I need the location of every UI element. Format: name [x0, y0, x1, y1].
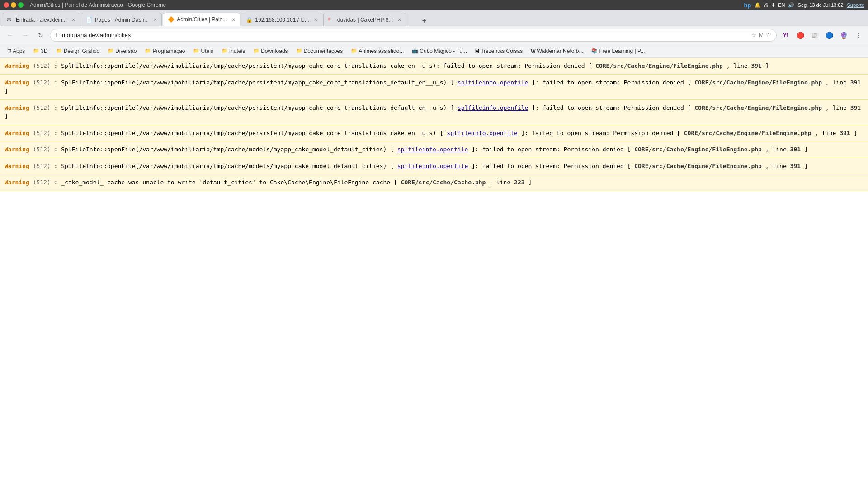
tab-bar: ✉ Entrada - alex.klein... ✕ 📄 Pages - Ad…: [0, 10, 868, 26]
bookmark-design-label: Design Gráfico: [64, 48, 99, 54]
bookmark-programacao[interactable]: 📁 Programação: [141, 47, 189, 56]
warning-code-5: (512): [33, 146, 51, 153]
url-display: imobiliaria.dev/admin/cities: [61, 32, 749, 38]
bookmark-diversao[interactable]: 📁 Diversão: [104, 47, 140, 56]
warning-row-5: Warning (512) : SplFileInfo::openFile(/v…: [0, 141, 868, 158]
bookmark-docs-label: Documentações: [304, 48, 343, 54]
warning-link-5[interactable]: splfileinfo.openfile: [397, 146, 468, 153]
tab-duvidas[interactable]: # duvidas | CakePHP 8... ✕: [323, 13, 406, 26]
warning-row-4: Warning (512) : SplFileInfo::openFile(/v…: [0, 125, 868, 142]
tab-pages-admin[interactable]: 📄 Pages - Admin Dash... ✕: [81, 13, 162, 26]
bookmark-cubo-label: Cubo Mágico - Tu...: [420, 48, 467, 54]
warning-message-2b: ]: failed to open stream: Permission den…: [532, 79, 691, 86]
refresh-button[interactable]: ↻: [34, 29, 47, 42]
bookmark-star-icon[interactable]: ☆: [751, 32, 756, 38]
folder-icon-animes: 📁: [351, 48, 357, 54]
bookmark-3d[interactable]: 📁 3D: [29, 47, 51, 56]
tab-close-pages[interactable]: ✕: [153, 17, 157, 22]
new-tab-button[interactable]: +: [419, 15, 429, 26]
bookmark-docs[interactable]: 📁 Documentações: [292, 47, 347, 56]
folder-icon-inuteis: 📁: [222, 48, 228, 54]
folder-icon-downloads: 📁: [253, 48, 259, 54]
cast-icon[interactable]: M: [759, 32, 764, 38]
bookmark-apps[interactable]: ⊞ Apps: [4, 47, 28, 56]
warning-link-3[interactable]: splfileinfo.openfile: [458, 104, 528, 111]
tab-close-gmail[interactable]: ✕: [71, 17, 75, 22]
warning-label-6: Warning: [5, 163, 29, 169]
title-bar: Admin/Cities | Painel de Administração -…: [0, 0, 868, 10]
support-link[interactable]: Suporte: [847, 2, 864, 8]
folder-icon-design: 📁: [56, 48, 62, 54]
warning-row-2: Warning (512) : SplFileInfo::openFile(/v…: [0, 75, 868, 100]
warning-end-2: ]: [5, 88, 8, 94]
close-window-button[interactable]: [4, 2, 9, 8]
tab-close-duvidas[interactable]: ✕: [397, 17, 401, 22]
warning-end-4: ]: [854, 130, 857, 136]
warning-link-2[interactable]: splfileinfo.openfile: [458, 79, 528, 86]
page-content: Warning (512) : SplFileInfo::openFile(/v…: [0, 58, 868, 191]
warning-file-6: CORE/src/Cache/Engine/FileEngine.php: [634, 163, 762, 169]
folder-icon-3d: 📁: [33, 48, 39, 54]
waldemar-icon: W: [531, 48, 535, 54]
warning-end-7: ]: [528, 179, 532, 186]
bookmark-uteis[interactable]: 📁 Uteis: [189, 47, 217, 56]
tab-admin-cities[interactable]: 🔶 Admin/Cities | Pain... ✕: [163, 13, 240, 26]
bookmark-trezentas-label: Trezentas Coisas: [481, 48, 523, 54]
bookmark-cubo[interactable]: 📺 Cubo Mágico - Tu...: [408, 47, 471, 56]
tab-favicon-192: 🔒: [246, 17, 252, 23]
ext3-icon[interactable]: 🔮: [837, 29, 850, 42]
forward-button[interactable]: →: [19, 29, 32, 42]
window-controls[interactable]: [4, 2, 24, 8]
folder-icon-programacao: 📁: [145, 48, 151, 54]
warning-label-1: Warning: [5, 62, 29, 69]
warning-label-7: Warning: [5, 179, 29, 186]
yahoo-icon[interactable]: Y!: [779, 29, 792, 42]
warning-message-6a: : SplFileInfo::openFile(/var/www/imobili…: [54, 163, 394, 169]
warning-end-1: ]: [765, 62, 769, 69]
ext2-icon[interactable]: 🔵: [823, 29, 835, 42]
trezentas-icon: M: [475, 48, 479, 54]
datetime: Seg, 13 de Jul 13:02: [798, 2, 844, 8]
tab-gmail[interactable]: ✉ Entrada - alex.klein... ✕: [2, 13, 80, 26]
bookmark-design[interactable]: 📁 Design Gráfico: [52, 47, 103, 56]
tab-favicon-gmail: ✉: [7, 17, 13, 23]
warning-row-1: Warning (512) : SplFileInfo::openFile(/v…: [0, 58, 868, 75]
warning-code-7: (512): [33, 179, 51, 186]
bookmark-waldemar[interactable]: W Waldemar Neto b...: [527, 47, 587, 56]
address-bar-row: ← → ↻ ℹ imobiliaria.dev/admin/cities ☆ M…: [0, 26, 868, 44]
tab-192[interactable]: 🔒 192.168.100.101 / lo... ✕: [241, 13, 322, 26]
bookmark-apps-label: Apps: [13, 48, 25, 54]
warning-end-5: ]: [804, 146, 808, 153]
warning-link-4[interactable]: splfileinfo.openfile: [447, 130, 518, 136]
tab-favicon-duvidas: #: [328, 17, 335, 23]
warning-lineno-7: 223: [514, 179, 524, 186]
more-button[interactable]: ⋮: [852, 29, 864, 42]
warning-lineno-4: 391: [840, 130, 850, 136]
bookmark-free-learning[interactable]: 📚 Free Learning | P...: [588, 47, 648, 56]
bookmark-animes[interactable]: 📁 Animes assistido...: [347, 47, 407, 56]
minimize-window-button[interactable]: [11, 2, 16, 8]
warning-message-4b: ]: failed to open stream: Permission den…: [521, 130, 680, 136]
chrome-icon[interactable]: 🔴: [794, 29, 807, 42]
warning-lineno-3: 391: [850, 104, 861, 111]
customize-icon[interactable]: f?: [766, 32, 771, 38]
address-bar[interactable]: ℹ imobiliaria.dev/admin/cities ☆ M f?: [50, 29, 777, 42]
tab-close-cities[interactable]: ✕: [231, 17, 235, 22]
tab-favicon-pages: 📄: [86, 17, 92, 23]
warning-file-2: CORE/src/Cache/Engine/FileEngine.php: [694, 79, 822, 86]
ext1-icon[interactable]: 📰: [808, 29, 821, 42]
back-button[interactable]: ←: [4, 29, 16, 42]
bookmark-downloads[interactable]: 📁 Downloads: [250, 47, 291, 56]
window-title: Admin/Cities | Painel de Administração -…: [30, 2, 166, 8]
tab-label-duvidas: duvidas | CakePHP 8...: [337, 17, 393, 23]
bookmark-inuteis[interactable]: 📁 Inuteis: [218, 47, 249, 56]
warning-line-6: , line: [765, 163, 790, 169]
bookmark-trezentas[interactable]: M Trezentas Coisas: [472, 47, 526, 56]
tab-close-192[interactable]: ✕: [314, 17, 317, 22]
hp-logo: hp: [744, 2, 751, 9]
warning-link-6[interactable]: splfileinfo.openfile: [397, 163, 468, 169]
maximize-window-button[interactable]: [18, 2, 24, 8]
warning-row-6: Warning (512) : SplFileInfo::openFile(/v…: [0, 158, 868, 175]
tab-favicon-cities: 🔶: [168, 16, 174, 23]
warning-line-3: , line: [826, 104, 850, 111]
